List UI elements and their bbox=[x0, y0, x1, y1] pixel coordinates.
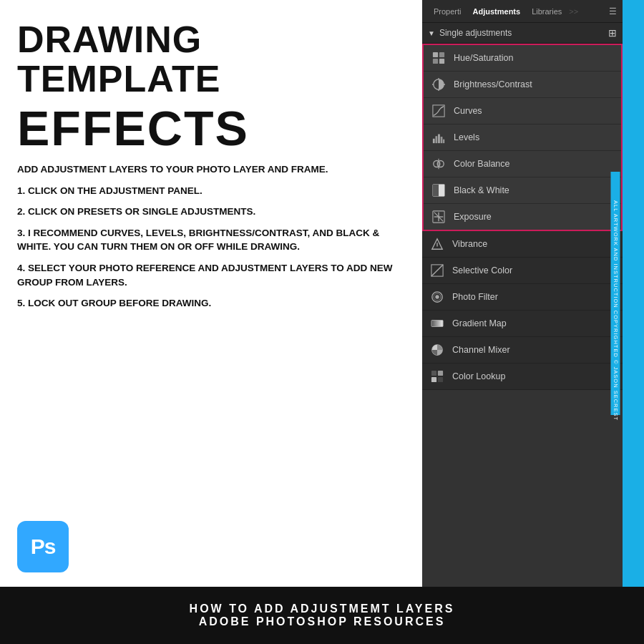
content-area: DRAWING TEMPLATE EFFECTS ADD ADJUSTMENT … bbox=[0, 0, 644, 587]
selective-color-icon bbox=[429, 263, 445, 278]
adj-item-curves[interactable]: Curves bbox=[424, 98, 621, 125]
svg-rect-32 bbox=[431, 321, 443, 327]
outside-adjustment-list: Vibrance Selective Color bbox=[422, 231, 623, 390]
adj-item-levels[interactable]: Levels bbox=[424, 125, 621, 151]
tab-separator: >> bbox=[569, 7, 578, 16]
tab-properties[interactable]: Properti bbox=[428, 3, 467, 20]
adj-item-brightness-contrast[interactable]: Brightness/Contrast bbox=[424, 72, 621, 98]
instruction-5: 5. LOCK OUT GROUP BEFORE DRAWING. bbox=[17, 296, 405, 311]
instruction-1: 1. CLICK ON THE ADJUSTMENT PANEL. bbox=[17, 184, 405, 198]
svg-rect-1 bbox=[439, 52, 444, 57]
svg-rect-11 bbox=[436, 136, 438, 143]
adj-item-channel-mixer[interactable]: Channel Mixer bbox=[422, 337, 623, 364]
gradient-map-label: Gradient Map bbox=[452, 318, 507, 328]
copyright-text: ALL ARTWORK AND INSTRUCTION COPYRIGHTED … bbox=[611, 172, 620, 415]
bottom-bar: HOW TO ADD ADJUSTMEMT LAYERS ADOBE PHOTO… bbox=[0, 587, 644, 644]
instruction-4: 4. SELECT YOUR PHOTO REFERENCE AND ADJUS… bbox=[17, 261, 405, 289]
curves-label: Curves bbox=[454, 106, 482, 116]
vibrance-label: Vibrance bbox=[452, 239, 487, 249]
svg-rect-36 bbox=[431, 377, 436, 382]
tab-adjustments[interactable]: Adjustments bbox=[467, 3, 527, 20]
photo-filter-icon bbox=[429, 289, 445, 305]
adjustments-panel-container: Properti Adjustments Libraries >> ☰ ▼ Si… bbox=[422, 0, 623, 587]
adj-item-photo-filter[interactable]: Photo Filter bbox=[422, 284, 623, 311]
cyan-bar: ALL ARTWORK AND INSTRUCTION COPYRIGHTED … bbox=[623, 0, 644, 587]
brightness-contrast-label: Brightness/Contrast bbox=[454, 79, 532, 89]
exposure-label: Exposure bbox=[454, 212, 492, 222]
bottom-title-line1: HOW TO ADD ADJUSTMEMT LAYERS bbox=[190, 602, 455, 615]
photo-filter-label: Photo Filter bbox=[452, 292, 498, 302]
instructions: ADD ADJUSTMENT LAYERS TO YOUR PHOTO LAYE… bbox=[17, 162, 405, 311]
svg-rect-35 bbox=[438, 371, 443, 376]
left-panel: DRAWING TEMPLATE EFFECTS ADD ADJUSTMENT … bbox=[0, 0, 422, 587]
gradient-map-icon bbox=[429, 316, 445, 331]
svg-line-28 bbox=[431, 265, 443, 276]
svg-rect-19 bbox=[433, 185, 439, 196]
selective-color-label: Selective Color bbox=[452, 265, 512, 275]
ps-logo-text: Ps bbox=[31, 535, 56, 559]
exposure-icon bbox=[431, 209, 447, 225]
hue-saturation-icon bbox=[431, 50, 447, 66]
instruction-2: 2. CLICK ON PRESETS OR SINGLE ADJUSTMENT… bbox=[17, 205, 405, 219]
right-panel: ALL ARTWORK AND INSTRUCTION COPYRIGHTED … bbox=[422, 0, 644, 587]
adj-item-color-lookup[interactable]: Color Lookup bbox=[422, 364, 623, 390]
instruction-0: ADD ADJUSTMENT LAYERS TO YOUR PHOTO LAYE… bbox=[17, 162, 405, 177]
main-container: DRAWING TEMPLATE EFFECTS ADD ADJUSTMENT … bbox=[0, 0, 644, 644]
channel-mixer-label: Channel Mixer bbox=[452, 345, 510, 355]
levels-icon bbox=[431, 130, 447, 145]
svg-rect-13 bbox=[441, 137, 443, 143]
black-white-icon bbox=[431, 182, 447, 198]
drawing-title: DRAWING TEMPLATE bbox=[17, 20, 405, 98]
curves-icon bbox=[431, 103, 447, 119]
adj-item-black-white[interactable]: Black & White bbox=[424, 177, 621, 204]
panel-tabs: Properti Adjustments Libraries >> ☰ bbox=[422, 0, 623, 23]
adj-item-vibrance[interactable]: Vibrance bbox=[422, 231, 623, 258]
grid-view-icon[interactable]: ⊞ bbox=[608, 27, 617, 39]
effects-title: EFFECTS bbox=[17, 104, 405, 152]
single-adjustments-header[interactable]: ▼ Single adjustments ⊞ bbox=[422, 23, 623, 44]
bottom-title-line2: ADOBE PHOTOSHOP RESOURCES bbox=[199, 615, 446, 628]
svg-rect-34 bbox=[431, 371, 436, 376]
instruction-3: 3. I RECOMMEND CURVES, LEVELS, BRIGHTNES… bbox=[17, 226, 405, 254]
black-white-label: Black & White bbox=[454, 185, 509, 195]
levels-label: Levels bbox=[454, 132, 479, 142]
color-lookup-label: Color Lookup bbox=[452, 371, 505, 381]
channel-mixer-icon bbox=[429, 342, 445, 358]
svg-rect-14 bbox=[443, 140, 444, 143]
color-balance-icon bbox=[431, 156, 447, 172]
section-collapse-arrow: ▼ bbox=[428, 29, 435, 37]
color-lookup-icon bbox=[429, 369, 445, 384]
photoshop-logo: Ps bbox=[17, 521, 69, 572]
svg-point-30 bbox=[435, 295, 439, 298]
svg-rect-2 bbox=[433, 59, 438, 64]
svg-rect-10 bbox=[433, 139, 435, 143]
svg-rect-12 bbox=[438, 135, 440, 144]
panel-menu-icon[interactable]: ☰ bbox=[609, 6, 617, 16]
adj-item-hue-saturation[interactable]: Hue/Saturation bbox=[424, 45, 621, 72]
adj-item-color-balance[interactable]: Color Balance bbox=[424, 151, 621, 177]
adj-item-gradient-map[interactable]: Gradient Map bbox=[422, 311, 623, 337]
vibrance-icon bbox=[429, 236, 445, 252]
adj-item-exposure[interactable]: Exposure bbox=[424, 204, 621, 230]
boxed-adjustment-list: Hue/Saturation bbox=[422, 44, 623, 231]
color-balance-label: Color Balance bbox=[454, 159, 510, 169]
adj-item-selective-color[interactable]: Selective Color bbox=[422, 258, 623, 284]
section-label: Single adjustments bbox=[439, 28, 608, 38]
hue-saturation-label: Hue/Saturation bbox=[454, 53, 513, 63]
svg-rect-37 bbox=[438, 377, 443, 382]
brightness-contrast-icon bbox=[431, 77, 447, 92]
svg-rect-20 bbox=[439, 185, 444, 196]
svg-rect-0 bbox=[433, 52, 438, 57]
tab-libraries[interactable]: Libraries bbox=[526, 3, 567, 20]
svg-rect-3 bbox=[439, 59, 444, 64]
